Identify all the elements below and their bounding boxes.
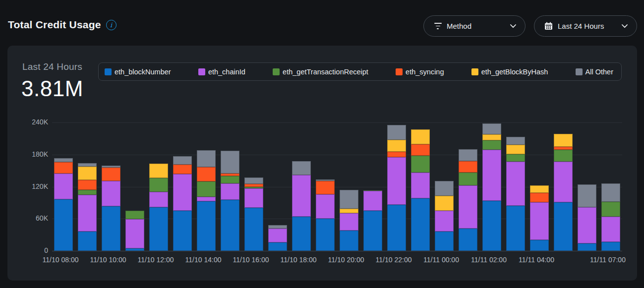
- bar-segment-eth_chainId: [268, 229, 287, 242]
- legend-swatch: [576, 68, 583, 75]
- bar[interactable]: [173, 156, 192, 251]
- x-axis-tick-label: 11/10 18:00: [281, 256, 317, 264]
- page-header: Total Credit Usage i: [8, 19, 117, 31]
- bar-segment-eth_chainId: [221, 183, 239, 200]
- calendar-icon: [544, 22, 553, 30]
- bar-segment-eth_chainId: [316, 194, 335, 219]
- x-axis-tick-label: 11/11 00:00: [423, 256, 459, 264]
- bar-segment-eth_syncing: [54, 162, 73, 173]
- legend-item[interactable]: eth_chainId: [198, 68, 245, 76]
- bar[interactable]: [197, 150, 216, 251]
- bar-segment-eth_syncing: [102, 168, 120, 181]
- page-title: Total Credit Usage: [8, 19, 101, 31]
- method-filter-button[interactable]: Method: [423, 15, 526, 37]
- bar-segment-All Other: [221, 151, 239, 173]
- y-axis-tick-label: 60K: [25, 214, 48, 222]
- bar-segment-eth_syncing: [78, 180, 97, 190]
- legend-swatch: [198, 68, 205, 75]
- bar-segment-eth_getTransactionReceipt: [125, 211, 144, 219]
- bar[interactable]: [506, 137, 525, 251]
- bar-segment-eth_chainId: [244, 188, 263, 208]
- bar[interactable]: [435, 181, 454, 251]
- bar[interactable]: [363, 190, 382, 251]
- x-axis-tick-label: 11/10 10:00: [90, 256, 126, 264]
- bar-segment-eth_chainId: [197, 197, 216, 201]
- bar-segment-eth_getBlockByHash: [530, 185, 549, 193]
- bar[interactable]: [78, 163, 97, 251]
- bar[interactable]: [244, 177, 263, 251]
- bar-segment-eth_getBlockByHash: [506, 145, 525, 154]
- bar-segment-eth_blockNumber: [221, 200, 239, 251]
- bar[interactable]: [102, 166, 120, 251]
- bar[interactable]: [482, 123, 501, 251]
- legend-label: eth_syncing: [406, 68, 444, 76]
- bar-segment-eth_chainId: [173, 174, 192, 211]
- bar-segment-eth_chainId: [506, 162, 525, 206]
- bar[interactable]: [54, 158, 73, 251]
- x-axis-tick-label: 11/10 12:00: [138, 256, 174, 264]
- bar-segment-eth_chainId: [578, 207, 596, 243]
- bar[interactable]: [601, 183, 620, 251]
- bar-segment-eth_blockNumber: [363, 211, 382, 251]
- bar[interactable]: [316, 179, 335, 251]
- bar-segment-eth_getBlockByHash: [435, 196, 454, 211]
- legend-item[interactable]: eth_syncing: [396, 68, 444, 76]
- legend-item[interactable]: eth_getBlockByHash: [471, 68, 548, 76]
- bar[interactable]: [221, 151, 239, 251]
- bar-segment-eth_getTransactionReceipt: [197, 181, 216, 197]
- bar-segment-eth_blockNumber: [435, 231, 454, 251]
- credit-usage-panel: Last 24 Hours 3.81M eth_blockNumbereth_c…: [7, 46, 637, 281]
- bar[interactable]: [268, 225, 287, 251]
- bar-segment-eth_getTransactionReceipt: [554, 150, 573, 162]
- bar-segment-All Other: [601, 183, 620, 202]
- bar-segment-eth_getTransactionReceipt: [482, 140, 501, 150]
- bar[interactable]: [411, 129, 430, 251]
- date-range-button[interactable]: Last 24 Hours: [534, 15, 637, 37]
- bar-segment-eth_blockNumber: [78, 231, 97, 251]
- chevron-down-icon: [510, 24, 516, 28]
- bar[interactable]: [578, 184, 596, 251]
- legend-label: eth_getBlockByHash: [481, 68, 548, 76]
- bar[interactable]: [149, 164, 168, 251]
- bar[interactable]: [387, 125, 406, 251]
- bar-segment-All Other: [54, 158, 73, 162]
- bar[interactable]: [530, 185, 549, 251]
- bar-segment-eth_getBlockByHash: [387, 140, 406, 152]
- bar[interactable]: [340, 190, 358, 251]
- bar[interactable]: [292, 161, 311, 251]
- gridline: [52, 251, 622, 251]
- header-controls: Method Last 24 Hours: [423, 15, 637, 37]
- info-icon[interactable]: i: [106, 20, 117, 30]
- legend-swatch: [273, 68, 280, 75]
- x-axis-tick-label: 11/10 20:00: [328, 256, 364, 264]
- bar[interactable]: [554, 134, 573, 251]
- bar[interactable]: [125, 211, 144, 251]
- legend-swatch: [396, 68, 403, 75]
- x-axis-tick-label: 11/11 02:00: [471, 256, 507, 264]
- chevron-down-icon: [622, 24, 628, 28]
- bar-segment-eth_getBlockByHash: [78, 167, 97, 180]
- bar-segment-eth_chainId: [411, 173, 430, 198]
- x-axis-tick-label: 11/10 08:00: [43, 256, 79, 264]
- legend-item[interactable]: eth_getTransactionReceipt: [273, 68, 368, 76]
- bar-segment-All Other: [173, 156, 192, 165]
- bar-segment-All Other: [292, 161, 311, 175]
- gridline: [52, 155, 622, 155]
- bar-segment-eth_blockNumber: [601, 242, 620, 251]
- bar-segment-eth_blockNumber: [173, 211, 192, 251]
- bar-segment-eth_syncing: [316, 181, 335, 194]
- bar-segment-eth_getBlockByHash: [482, 134, 501, 140]
- filter-icon: [434, 23, 442, 29]
- bar-segment-All Other: [482, 123, 501, 134]
- bar-segment-All Other: [506, 137, 525, 145]
- bar-segment-eth_blockNumber: [197, 201, 216, 251]
- bar-segment-eth_chainId: [459, 185, 477, 228]
- legend-item[interactable]: All Other: [576, 68, 613, 76]
- bar-segment-eth_chainId: [530, 202, 549, 240]
- bar-segment-eth_chainId: [363, 191, 382, 211]
- bar-segment-All Other: [197, 150, 216, 167]
- bar-segment-eth_blockNumber: [244, 208, 263, 251]
- bar-segment-eth_chainId: [292, 175, 311, 217]
- bar[interactable]: [459, 149, 477, 251]
- legend-item[interactable]: eth_blockNumber: [105, 68, 171, 76]
